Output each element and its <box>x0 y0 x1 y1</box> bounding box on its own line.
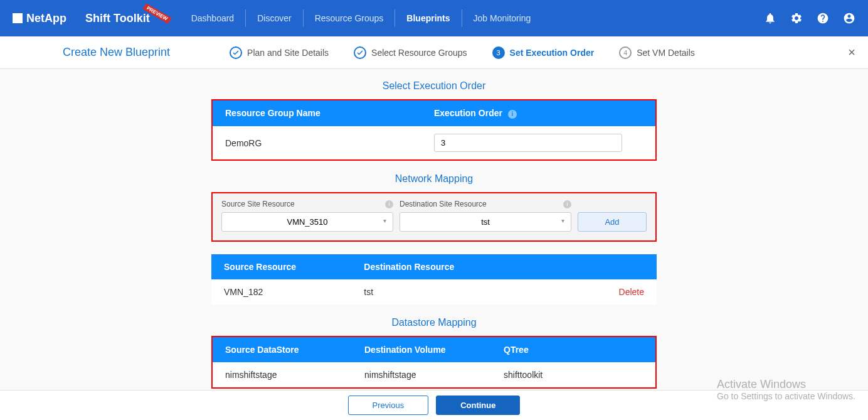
nav-resource-groups[interactable]: Resource Groups <box>303 9 395 27</box>
info-icon[interactable]: i <box>563 200 571 208</box>
step-label: Plan and Site Details <box>247 48 329 58</box>
table-row: VMN_182 tst Delete <box>211 279 657 304</box>
footer: Previous Continue <box>0 390 868 420</box>
th-dest-resource: Destination Resource <box>364 262 504 272</box>
execution-order-input[interactable] <box>434 134 622 152</box>
exec-order-cell <box>434 134 643 152</box>
close-button[interactable]: × <box>848 45 855 60</box>
source-label: Source Site Resource i <box>221 200 393 208</box>
execution-order-panel: Resource Group Name Execution Order i De… <box>211 99 657 161</box>
table-header: Source Resource Destination Resource <box>211 254 657 279</box>
dst-cell: tst <box>364 287 504 297</box>
netapp-icon <box>13 13 23 23</box>
gear-icon[interactable] <box>790 12 803 24</box>
previous-button[interactable]: Previous <box>348 396 429 415</box>
source-resource-dropdown[interactable]: VMN_3510 <box>221 212 393 232</box>
table-row: DemoRG <box>213 126 655 159</box>
wizard-title: Create New Blueprint <box>63 46 170 59</box>
brand-logo: NetApp <box>13 12 66 25</box>
th-action <box>504 262 644 272</box>
dest-vol-cell: nimshiftstage <box>364 370 504 380</box>
dest-label: Destination Site Resource i <box>400 200 571 208</box>
rg-name-cell: DemoRG <box>225 138 434 148</box>
th-rg-name: Resource Group Name <box>225 108 434 119</box>
check-icon <box>230 46 242 59</box>
th-qtree: QTree <box>504 345 643 355</box>
delete-link[interactable]: Delete <box>504 287 644 297</box>
step-number: 4 <box>619 46 632 59</box>
step-4[interactable]: 4 Set VM Details <box>619 46 695 59</box>
nav-discover[interactable]: Discover <box>245 9 302 27</box>
brand-text: NetApp <box>26 12 66 25</box>
step-number: 3 <box>492 46 505 59</box>
step-3[interactable]: 3 Set Execution Order <box>492 46 595 59</box>
step-label: Select Resource Groups <box>371 48 467 58</box>
step-label: Set VM Details <box>637 48 695 58</box>
wizard-bar: Create New Blueprint Plan and Site Detai… <box>0 36 868 69</box>
content-area: Select Execution Order Resource Group Na… <box>0 69 868 390</box>
add-button[interactable]: Add <box>578 212 647 232</box>
help-icon[interactable] <box>817 12 829 24</box>
dest-col: Destination Site Resource i tst <box>400 200 571 232</box>
app-header: NetApp Shift Toolkit PREVIEW Dashboard D… <box>0 0 868 36</box>
source-col: Source Site Resource i VMN_3510 <box>221 200 393 232</box>
datastore-mapping-panel: Source DataStore Destination Volume QTre… <box>211 336 657 389</box>
bell-icon[interactable] <box>764 12 776 24</box>
header-icons <box>764 12 855 24</box>
table-row: nimshiftstage nimshiftstage shifttoolkit <box>213 362 655 387</box>
src-ds-cell: nimshiftstage <box>225 370 364 380</box>
src-cell: VMN_182 <box>224 287 364 297</box>
th-source-ds: Source DataStore <box>225 345 364 355</box>
nav-dashboard[interactable]: Dashboard <box>180 9 246 27</box>
table-header: Resource Group Name Execution Order i <box>213 100 655 126</box>
th-dest-vol: Destination Volume <box>364 345 504 355</box>
wizard-steps: Plan and Site Details Select Resource Gr… <box>230 46 695 59</box>
th-exec-order: Execution Order i <box>434 108 643 119</box>
network-mapping-inputs-panel: Source Site Resource i VMN_3510 Destinat… <box>211 192 657 242</box>
user-icon[interactable] <box>843 12 855 24</box>
table-header: Source DataStore Destination Volume QTre… <box>213 337 655 362</box>
destination-resource-dropdown[interactable]: tst <box>400 212 571 232</box>
nav-job-monitoring[interactable]: Job Monitoring <box>462 9 542 27</box>
th-source-resource: Source Resource <box>224 262 364 272</box>
network-mapping-title: Network Mapping <box>0 173 868 185</box>
nav: Dashboard Discover Resource Groups Bluep… <box>180 9 542 27</box>
check-icon <box>354 46 366 59</box>
app-title: Shift Toolkit PREVIEW <box>85 12 150 25</box>
step-label: Set Execution Order <box>510 48 595 58</box>
info-icon[interactable]: i <box>385 200 393 208</box>
nav-blueprints[interactable]: Blueprints <box>394 9 461 27</box>
info-icon[interactable]: i <box>508 110 517 119</box>
qtree-cell: shifttoolkit <box>504 370 643 380</box>
step-2[interactable]: Select Resource Groups <box>354 46 467 59</box>
network-mapping-table: Source Resource Destination Resource VMN… <box>211 254 657 304</box>
datastore-mapping-title: Datastore Mapping <box>0 317 868 328</box>
execution-order-title: Select Execution Order <box>0 80 868 92</box>
step-1[interactable]: Plan and Site Details <box>230 46 329 59</box>
mapping-inputs: Source Site Resource i VMN_3510 Destinat… <box>213 193 655 240</box>
continue-button[interactable]: Continue <box>436 396 520 415</box>
